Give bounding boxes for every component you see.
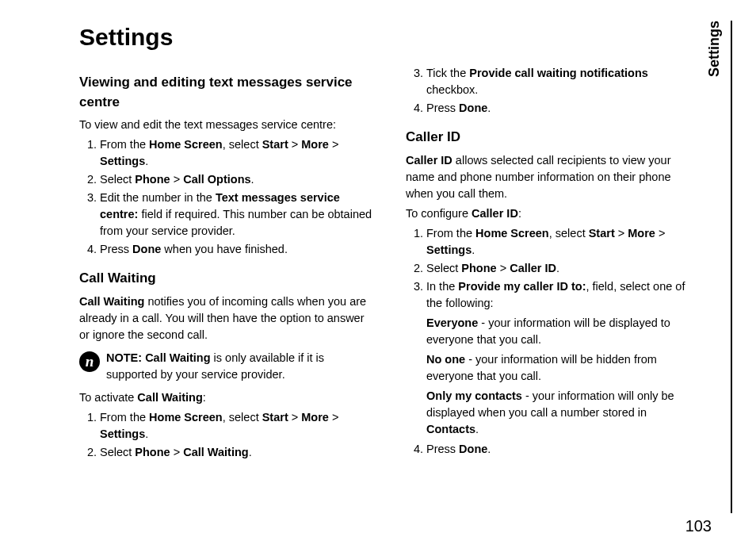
section-heading-sms-centre: Viewing and editing text messages servic… — [79, 73, 374, 112]
steps-call-waiting-cont: Tick the Provide call waiting notificati… — [406, 65, 701, 117]
note-icon: n — [79, 351, 100, 372]
note-block: n NOTE: Call Waiting is only available i… — [79, 350, 374, 383]
list-item: Press Done when you have finished. — [100, 241, 374, 258]
list-item: Select Phone > Call Options. — [100, 171, 374, 188]
option-text: Everyone - your information will be disp… — [426, 315, 701, 438]
list-item: From the Home Screen, select Start > Mor… — [100, 136, 374, 170]
page-title: Settings — [79, 24, 701, 51]
list-item: Select Phone > Caller ID. — [426, 260, 701, 277]
left-column: Viewing and editing text messages servic… — [79, 62, 374, 469]
list-item: From the Home Screen, select Start > Mor… — [426, 225, 701, 259]
manual-page: Settings Viewing and editing text messag… — [0, 0, 756, 556]
side-section-label: Settings — [706, 21, 723, 77]
content-columns: Viewing and editing text messages servic… — [79, 62, 701, 469]
section-heading-caller-id: Caller ID — [406, 128, 701, 148]
steps-caller-id: From the Home Screen, select Start > Mor… — [406, 225, 701, 458]
steps-call-waiting: From the Home Screen, select Start > Mor… — [79, 409, 374, 461]
intro-text: To view and edit the text messages servi… — [79, 117, 374, 133]
list-item: Select Phone > Call Waiting. — [100, 444, 374, 461]
list-item: In the Provide my caller ID to:, field, … — [426, 278, 701, 438]
list-item: Edit the number in the Text messages ser… — [100, 190, 374, 240]
list-item: From the Home Screen, select Start > Mor… — [100, 409, 374, 443]
section-heading-call-waiting: Call Waiting — [79, 269, 374, 289]
right-column: Tick the Provide call waiting notificati… — [406, 62, 701, 469]
body-text: To configure Caller ID: — [406, 205, 701, 222]
vertical-rule — [731, 21, 732, 513]
list-item: Tick the Provide call waiting notificati… — [426, 65, 701, 98]
list-item: Press Done. — [426, 100, 701, 117]
list-item: Press Done. — [426, 441, 701, 458]
note-text: NOTE: Call Waiting is only available if … — [106, 350, 374, 383]
body-text: Call Waiting notifies you of incoming ca… — [79, 293, 374, 343]
body-text: To activate Call Waiting: — [79, 389, 374, 406]
page-number: 103 — [685, 517, 712, 535]
steps-sms-centre: From the Home Screen, select Start > Mor… — [79, 136, 374, 258]
body-text: Caller ID allows selected call recipient… — [406, 152, 701, 202]
side-tab: Settings — [706, 21, 723, 532]
